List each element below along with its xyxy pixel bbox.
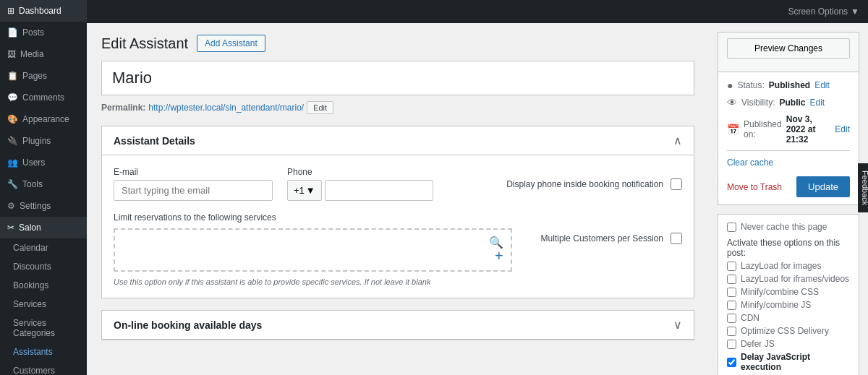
sidebar-item-comments[interactable]: 💬 Comments xyxy=(0,87,87,108)
minify-js-checkbox[interactable] xyxy=(727,301,736,310)
cdn-checkbox[interactable] xyxy=(727,314,736,323)
activate-text: Activate these options on this post: xyxy=(727,238,850,258)
dashboard-icon: ⊞ xyxy=(7,6,14,16)
lazyload-images-checkbox[interactable] xyxy=(727,262,736,271)
sidebar-item-appearance[interactable]: 🎨 Appearance xyxy=(0,108,87,130)
assistant-details-panel-header[interactable]: Assistant Details ∧ xyxy=(102,126,694,155)
settings-icon: ⚙ xyxy=(7,201,15,211)
sidebar: ⊞ Dashboard 📄 Posts 🖼 Media 📋 Pages 💬 Co… xyxy=(0,0,87,375)
multiple-customers-row: Multiple Customers per Session xyxy=(541,227,682,250)
sidebar-subitem-label: Services Categories xyxy=(13,318,55,338)
add-service-button[interactable]: + xyxy=(495,248,503,264)
update-button[interactable]: Update xyxy=(796,176,850,197)
comments-icon: 💬 xyxy=(7,92,18,103)
visibility-label: Visibility: xyxy=(741,98,775,108)
visibility-edit-link[interactable]: Edit xyxy=(809,98,825,108)
sidebar-item-plugins[interactable]: 🔌 Plugins xyxy=(0,130,87,152)
services-section: Limit reservations to the following serv… xyxy=(114,212,682,286)
cache-panel-body: Never cache this page Activate these opt… xyxy=(718,215,859,375)
chevron-down-icon: ▼ xyxy=(306,185,315,196)
sidebar-item-label: Posts xyxy=(22,27,44,38)
sidebar-subitem-services-categories[interactable]: Services Categories xyxy=(0,314,87,342)
display-phone-label: Display phone inside booking notificatio… xyxy=(506,179,663,189)
online-booking-panel-header[interactable]: On-line booking available days ∨ xyxy=(102,311,694,340)
sidebar-item-settings[interactable]: ⚙ Settings xyxy=(0,195,87,217)
sidebar-subitem-label: Services xyxy=(13,299,46,309)
preview-changes-button[interactable]: Preview Changes xyxy=(727,38,850,59)
cache-panel: Never cache this page Activate these opt… xyxy=(718,214,859,375)
assistant-name-input[interactable] xyxy=(101,61,694,95)
lazyload-images-row: LazyLoad for images xyxy=(727,261,850,271)
sidebar-subitem-discounts[interactable]: Discounts xyxy=(0,257,87,276)
phone-prefix-button[interactable]: +1 ▼ xyxy=(287,180,322,201)
defer-js-checkbox[interactable] xyxy=(727,340,736,349)
sidebar-item-salon[interactable]: ✂ Salon xyxy=(0,217,87,238)
published-edit-link[interactable]: Edit xyxy=(835,124,850,134)
posts-icon: 📄 xyxy=(7,27,18,38)
multiple-customers-checkbox[interactable] xyxy=(671,233,682,244)
never-cache-checkbox[interactable] xyxy=(727,223,736,232)
sidebar-subitem-label: Bookings xyxy=(13,280,48,290)
defer-js-row: Defer JS xyxy=(727,339,850,349)
visibility-row: 👁 Visibility: Public Edit xyxy=(727,97,850,108)
sidebar-subitem-assistants[interactable]: Assistants xyxy=(0,342,87,361)
delay-js-label: Delay JavaScript execution xyxy=(741,352,850,372)
sidebar-subitem-services[interactable]: Services xyxy=(0,295,87,314)
status-edit-link[interactable]: Edit xyxy=(814,80,830,90)
email-label: E-mail xyxy=(114,167,273,177)
assistant-details-panel: Assistant Details ∧ E-mail Phone xyxy=(101,126,694,298)
email-input[interactable] xyxy=(114,180,273,201)
published-row: 📅 Published on: Nov 3, 2022 at 21:32 Edi… xyxy=(727,114,850,145)
lazyload-iframes-row: LazyLoad for iframes/videos xyxy=(727,274,850,284)
sidebar-subitem-label: Customers xyxy=(13,366,55,375)
phone-number-input[interactable] xyxy=(325,180,433,201)
topbar: Screen Options ▼ xyxy=(87,0,868,23)
sidebar-item-users[interactable]: 👥 Users xyxy=(0,152,87,173)
limit-services-group: Limit reservations to the following serv… xyxy=(114,212,512,286)
sidebar-item-label: Users xyxy=(22,158,45,168)
permalink-bar: Permalink: http://wptester.local/sin_att… xyxy=(101,101,694,114)
sidebar-item-dashboard[interactable]: ⊞ Dashboard xyxy=(0,0,87,22)
display-phone-checkbox[interactable] xyxy=(671,178,682,190)
clear-cache-button[interactable]: Clear cache xyxy=(727,158,773,168)
sidebar-subitem-bookings[interactable]: Bookings xyxy=(0,276,87,295)
status-icon: ● xyxy=(727,79,733,91)
pages-icon: 📋 xyxy=(7,71,18,81)
optimize-css-row: Optimize CSS Delivery xyxy=(727,326,850,336)
plugins-icon: 🔌 xyxy=(7,136,18,146)
minify-css-row: Minify/combine CSS xyxy=(727,287,850,297)
feedback-tab[interactable]: Feedback xyxy=(858,163,868,212)
sidebar-subitem-calendar[interactable]: Calendar xyxy=(0,238,87,257)
sidebar-subitem-customers[interactable]: Customers xyxy=(0,361,87,375)
email-group: E-mail xyxy=(114,167,273,201)
permalink-edit-button[interactable]: Edit xyxy=(307,101,333,114)
sidebar-subitem-label: Calendar xyxy=(13,243,48,253)
minify-css-checkbox[interactable] xyxy=(727,288,736,297)
sidebar-item-label: Media xyxy=(20,49,44,59)
content-area: Edit Assistant Add Assistant Permalink: … xyxy=(87,23,868,375)
sidebar-item-label: Appearance xyxy=(22,114,69,124)
chevron-down-icon: ▼ xyxy=(851,7,859,17)
sidebar-item-pages[interactable]: 📋 Pages xyxy=(0,65,87,87)
add-assistant-button[interactable]: Add Assistant xyxy=(197,35,265,52)
published-label: Published on: xyxy=(744,119,782,139)
phone-input-group: +1 ▼ xyxy=(287,180,433,201)
optimize-css-checkbox[interactable] xyxy=(727,327,736,336)
chevron-down-icon: ∨ xyxy=(673,318,682,332)
sidebar-item-label: Salon xyxy=(19,223,41,233)
publish-panel-body: ● Status: Published Edit 👁 Visibility: P… xyxy=(718,72,859,204)
sidebar-item-posts[interactable]: 📄 Posts xyxy=(0,22,87,43)
defer-js-label: Defer JS xyxy=(741,339,775,349)
sidebar-item-tools[interactable]: 🔧 Tools xyxy=(0,173,87,195)
delay-js-checkbox[interactable] xyxy=(727,358,736,367)
sidebar-item-media[interactable]: 🖼 Media xyxy=(0,43,87,65)
status-value: Published xyxy=(769,80,810,90)
move-to-trash-link[interactable]: Move to Trash xyxy=(727,182,782,192)
permalink-url[interactable]: http://wptester.local/sin_attendant/mari… xyxy=(148,103,304,113)
screen-options-button[interactable]: Screen Options ▼ xyxy=(788,7,859,17)
minify-css-label: Minify/combine CSS xyxy=(741,287,819,297)
tools-icon: 🔧 xyxy=(7,179,18,189)
never-cache-label: Never cache this page xyxy=(741,222,827,232)
lazyload-iframes-checkbox[interactable] xyxy=(727,275,736,284)
media-icon: 🖼 xyxy=(7,49,16,59)
